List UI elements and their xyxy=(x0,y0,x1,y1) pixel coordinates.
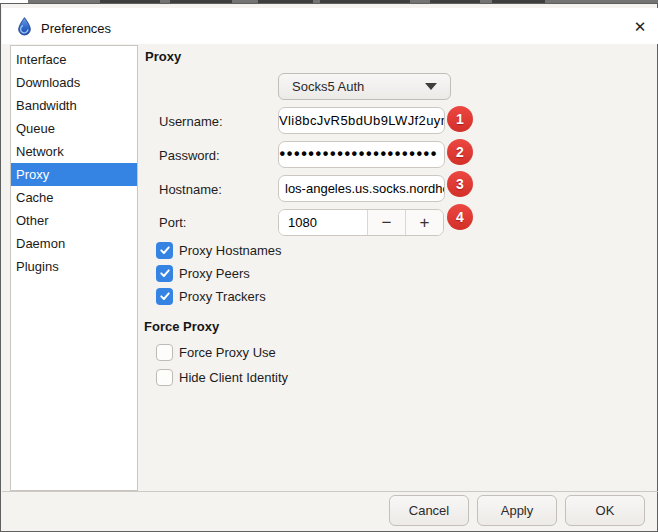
hostname-field[interactable]: los-angeles.us.socks.nordho xyxy=(278,175,445,202)
footer-separator xyxy=(2,491,658,492)
sidebar-item-downloads[interactable]: Downloads xyxy=(11,71,137,94)
annotation-badge-3: 3 xyxy=(447,171,473,197)
hostname-value: los-angeles.us.socks.nordho xyxy=(279,176,444,201)
sidebar-item-interface[interactable]: Interface xyxy=(11,48,137,71)
port-label: Port: xyxy=(159,215,186,230)
checkbox-proxy-trackers[interactable]: Proxy Trackers xyxy=(156,287,266,305)
titlebar[interactable]: Preferences ✕ xyxy=(2,8,658,44)
annotation-badge-2: 2 xyxy=(447,139,473,165)
sidebar-item-proxy[interactable]: Proxy xyxy=(11,163,137,186)
sidebar-item-other[interactable]: Other xyxy=(11,209,137,232)
checkbox-hide-client-identity[interactable]: Hide Client Identity xyxy=(156,368,288,386)
proxy-type-dropdown[interactable]: Socks5 Auth xyxy=(278,73,451,100)
checked-checkbox-icon[interactable] xyxy=(156,265,173,282)
sidebar-item-daemon[interactable]: Daemon xyxy=(11,232,137,255)
unchecked-checkbox-icon[interactable] xyxy=(156,344,173,361)
checkbox-label: Force Proxy Use xyxy=(179,345,276,360)
checkbox-proxy-hostnames[interactable]: Proxy Hostnames xyxy=(156,241,282,259)
checkmark-icon xyxy=(159,290,171,302)
checked-checkbox-icon[interactable] xyxy=(156,288,173,305)
spin-minus-icon[interactable]: − xyxy=(367,210,405,235)
hostname-label: Hostname: xyxy=(159,182,222,197)
sidebar-item-queue[interactable]: Queue xyxy=(11,117,137,140)
checkbox-proxy-peers[interactable]: Proxy Peers xyxy=(156,264,250,282)
username-value: Vli8bcJvR5bdUb9LWJf2uynwj xyxy=(279,108,444,133)
checkbox-label: Proxy Trackers xyxy=(179,289,266,304)
password-label: Password: xyxy=(159,148,220,163)
preferences-category-list: Interface Downloads Bandwidth Queue Netw… xyxy=(10,45,138,491)
password-field[interactable]: •••••••••••••••••••••• xyxy=(278,141,445,168)
username-label: Username: xyxy=(159,114,223,129)
force-proxy-section-title: Force Proxy xyxy=(144,319,219,334)
spin-plus-icon[interactable]: + xyxy=(405,210,443,235)
chevron-down-icon xyxy=(425,83,437,90)
annotation-badge-1: 1 xyxy=(447,106,473,132)
sidebar-item-cache[interactable]: Cache xyxy=(11,186,137,209)
close-icon[interactable]: ✕ xyxy=(626,14,654,40)
sidebar-item-bandwidth[interactable]: Bandwidth xyxy=(11,94,137,117)
checkbox-force-proxy-use[interactable]: Force Proxy Use xyxy=(156,343,276,361)
checkbox-label: Proxy Peers xyxy=(179,266,250,281)
port-spinbutton[interactable]: 1080 − + xyxy=(278,209,444,236)
checkmark-icon xyxy=(159,267,171,279)
annotation-badge-4: 4 xyxy=(447,204,473,230)
checked-checkbox-icon[interactable] xyxy=(156,242,173,259)
preferences-dialog: Preferences ✕ Interface Downloads Bandwi… xyxy=(0,3,658,532)
deluge-logo-icon xyxy=(16,17,33,36)
apply-button[interactable]: Apply xyxy=(477,495,557,526)
checkbox-label: Hide Client Identity xyxy=(179,370,288,385)
password-value: •••••••••••••••••••••• xyxy=(279,142,444,166)
proxy-section-title: Proxy xyxy=(145,49,181,64)
cancel-button[interactable]: Cancel xyxy=(389,495,469,526)
checkmark-icon xyxy=(159,244,171,256)
checkbox-label: Proxy Hostnames xyxy=(179,243,282,258)
proxy-type-value: Socks5 Auth xyxy=(279,79,425,94)
port-value[interactable]: 1080 xyxy=(279,210,367,235)
sidebar-item-plugins[interactable]: Plugins xyxy=(11,255,137,278)
unchecked-checkbox-icon[interactable] xyxy=(156,369,173,386)
ok-button[interactable]: OK xyxy=(565,495,645,526)
window-title: Preferences xyxy=(41,21,111,36)
sidebar-item-network[interactable]: Network xyxy=(11,140,137,163)
username-field[interactable]: Vli8bcJvR5bdUb9LWJf2uynwj xyxy=(278,107,445,134)
